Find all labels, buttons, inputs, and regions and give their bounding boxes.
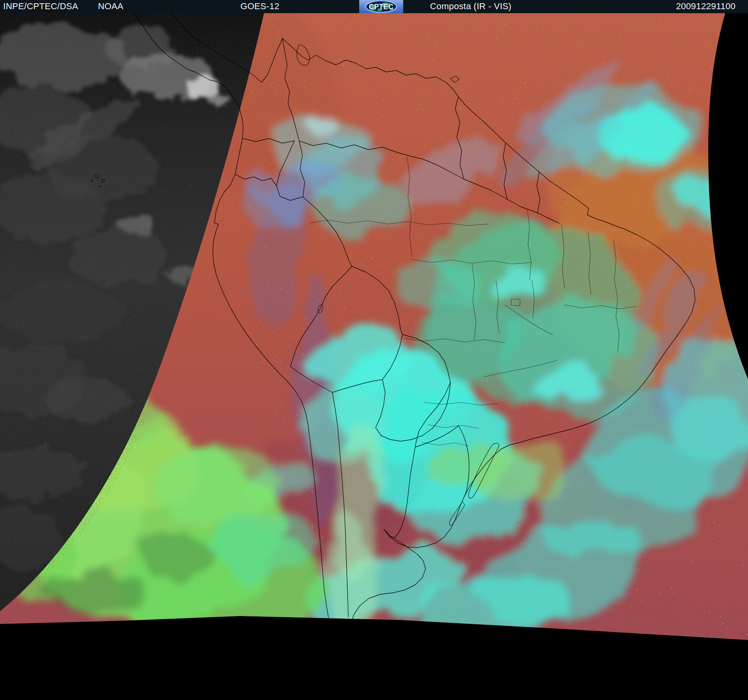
- header-bar: INPE/CPTEC/DSA NOAA GOES-12 Composta (IR…: [0, 0, 748, 13]
- logo-text: CPTEC: [369, 3, 394, 11]
- noaa-label: NOAA: [98, 1, 124, 12]
- satellite-label: GOES-12: [240, 1, 279, 12]
- product-label: Composta (IR - VIS): [430, 1, 512, 12]
- map-canvas: [0, 13, 748, 700]
- cptec-logo-icon: CPTEC: [359, 0, 403, 13]
- timestamp-label: 200912291100: [676, 1, 736, 12]
- satellite-viewer: INPE/CPTEC/DSA NOAA GOES-12 Composta (IR…: [0, 0, 748, 700]
- convective-speckle-texture: [248, 13, 748, 653]
- satellite-scene: [0, 13, 748, 700]
- agency-label: INPE/CPTEC/DSA: [3, 1, 78, 12]
